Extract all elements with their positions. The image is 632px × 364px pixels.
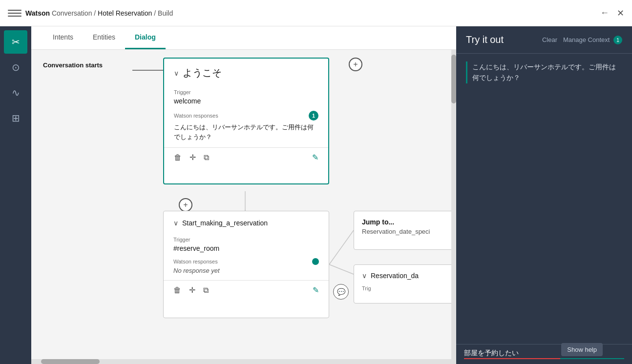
start-making-node: ∨ Start_making_a_reservation Trigger #re…: [163, 211, 329, 318]
vertical-scrollbar[interactable]: [451, 50, 456, 364]
try-header-actions: Clear Manage Context 1: [542, 36, 622, 44]
horizontal-scrollbar-thumb: [41, 359, 100, 364]
sidebar-item-intents[interactable]: ⊙: [4, 56, 27, 79]
start-chevron-icon[interactable]: ∨: [173, 219, 178, 227]
welcome-node: ∨ ようこそ Trigger welcome Watson responses …: [163, 58, 329, 184]
welcome-node-title: ようこそ: [183, 66, 222, 80]
start-response-dot: [312, 258, 319, 265]
chart-icon: ∿: [12, 87, 20, 99]
start-edit-button[interactable]: ✎: [313, 285, 319, 295]
start-delete-button[interactable]: 🗑: [173, 285, 181, 295]
try-panel: Try it out Clear Manage Context 1 こんにちは、…: [456, 26, 632, 364]
breadcrumb-build: Build: [158, 9, 173, 17]
welcome-response-text: こんにちは、リバーサンホテルです。ご用件は何でしょうか？: [174, 122, 318, 142]
try-panel-title: Try it out: [466, 34, 504, 45]
main-layout: ✂ ⊙ ∿ ⊞ Intents Entities Dialog Conversa…: [0, 26, 632, 364]
plus-icon-middle: +: [183, 201, 188, 209]
manage-context-label: Manage Context: [563, 36, 610, 43]
try-manage-context-button[interactable]: Manage Context 1: [563, 36, 622, 44]
grid-icon: ⊞: [12, 112, 20, 124]
try-clear-button[interactable]: Clear: [542, 36, 557, 43]
svg-line-4: [329, 264, 354, 274]
start-trigger-label: Trigger: [173, 237, 319, 243]
try-bot-message: こんにちは、リバーサンホテルです。ご用件は何でしょうか？: [466, 61, 622, 83]
breadcrumb: Watson Conversation / Hotel Reservation …: [25, 9, 173, 17]
res-date-node: ∨ Reservation_da Trig: [354, 264, 456, 303]
sidebar-item-build[interactable]: ✂: [4, 30, 27, 54]
dialog-canvas: Conversation starts + ∨: [31, 50, 456, 364]
welcome-responses-row: Watson responses 1: [174, 111, 318, 121]
welcome-action-group: 🗑 ✛ ⧉: [174, 153, 209, 162]
start-copy-button[interactable]: ⧉: [203, 285, 209, 295]
welcome-trigger-value: welcome: [174, 97, 318, 105]
svg-line-3: [329, 230, 354, 264]
welcome-copy-button[interactable]: ⧉: [204, 153, 209, 162]
welcome-responses-label: Watson responses: [174, 113, 218, 119]
try-header: Try it out Clear Manage Context 1: [456, 26, 632, 54]
start-node-header: ∨ Start_making_a_reservation: [164, 211, 329, 231]
scissors-icon: ✂: [12, 36, 20, 48]
topbar-right: ← ✕: [600, 8, 624, 19]
jump-to-title: Jump to...: [362, 218, 453, 226]
start-action-group: 🗑 ✛ ⧉: [173, 285, 209, 295]
welcome-delete-button[interactable]: 🗑: [174, 153, 182, 162]
target-icon: ⊙: [12, 61, 20, 73]
chat-icon: 💬: [337, 288, 345, 296]
tab-intents[interactable]: Intents: [43, 26, 83, 49]
close-button[interactable]: ✕: [617, 8, 624, 19]
try-conversation: こんにちは、リバーサンホテルです。ご用件は何でしょうか？: [456, 54, 632, 344]
start-node-body: Trigger #reserve_room Watson responses N…: [164, 237, 329, 280]
conv-starts-label: Conversation starts: [43, 61, 103, 69]
tab-dialog[interactable]: Dialog: [125, 26, 166, 49]
try-input-underline: [464, 358, 624, 359]
welcome-chevron-icon[interactable]: ∨: [174, 69, 179, 77]
welcome-node-actions: 🗑 ✛ ⧉ ✎: [164, 147, 328, 167]
start-node-title: Start_making_a_reservation: [182, 219, 268, 227]
horizontal-scrollbar[interactable]: [31, 359, 451, 364]
breadcrumb-hotel-res[interactable]: Hotel Reservation: [98, 9, 152, 17]
sidebar-item-grid[interactable]: ⊞: [4, 106, 27, 130]
start-responses-row: Watson responses: [173, 258, 319, 265]
tabs-bar: Intents Entities Dialog: [31, 26, 456, 50]
topbar: Watson Conversation / Hotel Reservation …: [0, 0, 632, 26]
back-button[interactable]: ←: [600, 8, 609, 18]
welcome-move-button[interactable]: ✛: [190, 153, 196, 162]
welcome-edit-button[interactable]: ✎: [312, 153, 318, 162]
menu-icon[interactable]: [8, 6, 21, 20]
welcome-node-body: Trigger welcome Watson responses 1 こんにちは…: [164, 89, 328, 147]
try-input-area: [456, 344, 632, 364]
manage-context-badge: 1: [613, 36, 622, 44]
res-date-header: ∨ Reservation_da: [362, 272, 453, 280]
add-node-middle-button[interactable]: +: [179, 198, 192, 212]
add-node-top-button[interactable]: +: [349, 58, 362, 71]
plus-icon: +: [353, 60, 358, 69]
breadcrumb-sep2: /: [152, 9, 158, 17]
welcome-response-badge: 1: [309, 111, 318, 121]
tab-entities[interactable]: Entities: [83, 26, 125, 49]
brand-watson: Watson: [25, 9, 50, 17]
res-date-title: Reservation_da: [371, 272, 419, 280]
topbar-left: Watson Conversation / Hotel Reservation …: [8, 6, 173, 20]
sidebar-item-analytics[interactable]: ∿: [4, 81, 27, 104]
start-response-text: No response yet: [173, 267, 319, 274]
jump-to-target: Reservation_date_speci: [362, 228, 453, 235]
start-move-button[interactable]: ✛: [189, 285, 195, 295]
start-trigger-value: #reserve_room: [173, 244, 319, 252]
chat-icon-button[interactable]: 💬: [333, 284, 349, 300]
breadcrumb-sep1: Conversation /: [50, 9, 98, 17]
start-node-actions: 🗑 ✛ ⧉ ✎: [164, 280, 329, 300]
show-help-button[interactable]: Show help: [561, 343, 603, 356]
jump-to-node: Jump to... Reservation_date_speci: [354, 211, 456, 250]
content-area: Intents Entities Dialog Conversation sta…: [31, 26, 456, 364]
res-date-trigger-label: Trig: [362, 285, 453, 291]
welcome-node-header: ∨ ようこそ: [164, 59, 328, 83]
welcome-trigger-label: Trigger: [174, 89, 318, 95]
start-responses-label: Watson responses: [173, 259, 218, 264]
res-date-chevron-icon[interactable]: ∨: [362, 272, 367, 280]
sidebar: ✂ ⊙ ∿ ⊞: [0, 26, 31, 364]
vertical-scrollbar-thumb: [451, 55, 456, 103]
